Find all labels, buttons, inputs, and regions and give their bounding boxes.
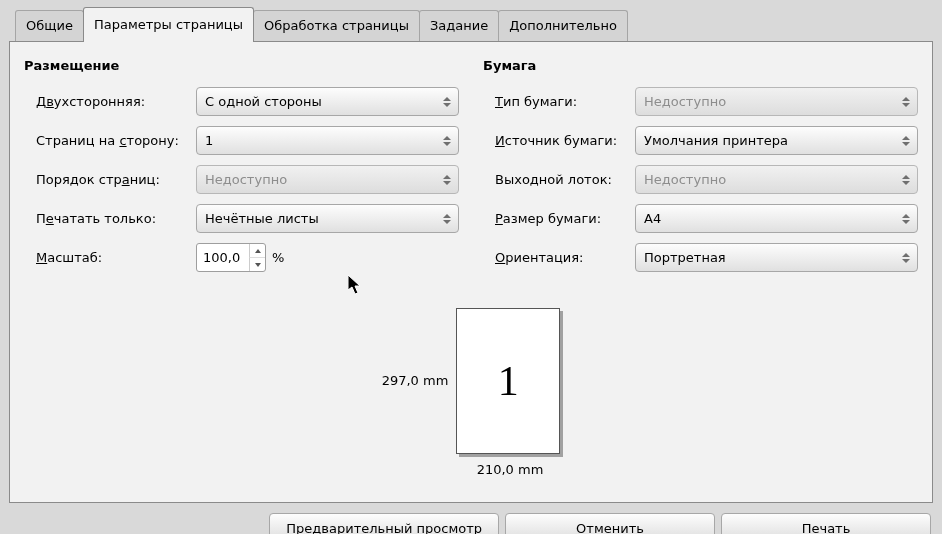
paper-source-label: Источник бумаги: (495, 133, 635, 148)
spinner-icon[interactable] (249, 244, 265, 271)
chevron-updown-icon (440, 136, 454, 146)
preview-page: 1 (456, 308, 560, 454)
two-sided-label: Двухсторонняя: (36, 94, 196, 109)
output-tray-value: Недоступно (644, 172, 726, 187)
paper-size-combo[interactable]: A4 (635, 204, 918, 233)
page-order-label: Порядок страниц: (36, 172, 196, 187)
page-preview: 297,0 mm 1 210,0 mm (24, 292, 918, 492)
page-order-value: Недоступно (205, 172, 287, 187)
tab-general[interactable]: Общие (15, 10, 84, 41)
only-print-value: Нечётные листы (205, 211, 319, 226)
output-tray-combo: Недоступно (635, 165, 918, 194)
preview-width-label: 210,0 mm (477, 462, 544, 477)
paper-size-value: A4 (644, 211, 661, 226)
orientation-value: Портретная (644, 250, 726, 265)
two-sided-value: С одной стороны (205, 94, 322, 109)
button-bar: Предварительный просмотр Отменить Печать (9, 513, 933, 534)
layout-group: Размещение Двухсторонняя: С одной сторон… (24, 58, 459, 282)
only-print-label: Печатать только: (36, 211, 196, 226)
scale-label: Масштаб: (36, 250, 196, 265)
paper-title: Бумага (483, 58, 918, 73)
preview-page-number: 1 (498, 357, 519, 405)
print-button[interactable]: Печать (721, 513, 931, 534)
chevron-updown-icon (899, 214, 913, 224)
pages-per-side-value: 1 (205, 133, 213, 148)
chevron-updown-icon (440, 97, 454, 107)
pages-per-side-label: Страниц на сторону: (36, 133, 196, 148)
pages-per-side-combo[interactable]: 1 (196, 126, 459, 155)
page-setup-panel: Размещение Двухсторонняя: С одной сторон… (9, 41, 933, 503)
page-order-combo: Недоступно (196, 165, 459, 194)
chevron-updown-icon (440, 214, 454, 224)
chevron-updown-icon (899, 136, 913, 146)
paper-source-combo[interactable]: Умолчания принтера (635, 126, 918, 155)
cancel-button[interactable]: Отменить (505, 513, 715, 534)
preview-height-label: 297,0 mm (382, 373, 449, 388)
paper-group: Бумага Тип бумаги: Недоступно Источник б… (483, 58, 918, 282)
paper-type-combo: Недоступно (635, 87, 918, 116)
output-tray-label: Выходной лоток: (495, 172, 635, 187)
tab-bar: Общие Параметры страницы Обработка стран… (15, 6, 933, 41)
scale-suffix: % (272, 250, 284, 265)
orientation-label: Ориентация: (495, 250, 635, 265)
tab-page-handling[interactable]: Обработка страницы (253, 10, 420, 41)
tab-job[interactable]: Задание (419, 10, 499, 41)
paper-source-value: Умолчания принтера (644, 133, 788, 148)
only-print-combo[interactable]: Нечётные листы (196, 204, 459, 233)
chevron-updown-icon (440, 175, 454, 185)
tab-advanced[interactable]: Дополнительно (498, 10, 628, 41)
chevron-updown-icon (899, 97, 913, 107)
orientation-combo[interactable]: Портретная (635, 243, 918, 272)
scale-spinbox[interactable]: 100,0 (196, 243, 266, 272)
tab-page-setup[interactable]: Параметры страницы (83, 7, 254, 42)
scale-value: 100,0 (203, 250, 249, 265)
paper-size-label: Размер бумаги: (495, 211, 635, 226)
chevron-updown-icon (899, 253, 913, 263)
layout-title: Размещение (24, 58, 459, 73)
preview-button[interactable]: Предварительный просмотр (269, 513, 499, 534)
two-sided-combo[interactable]: С одной стороны (196, 87, 459, 116)
chevron-updown-icon (899, 175, 913, 185)
paper-type-label: Тип бумаги: (495, 94, 635, 109)
paper-type-value: Недоступно (644, 94, 726, 109)
